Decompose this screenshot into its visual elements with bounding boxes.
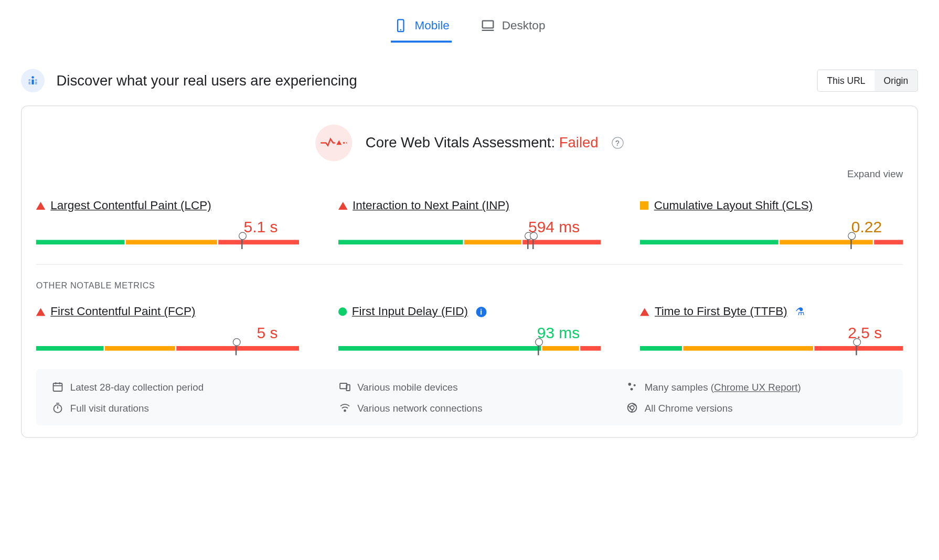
tab-desktop[interactable]: Desktop [478, 10, 548, 42]
svg-rect-12 [54, 383, 62, 391]
assessment-status: Failed [559, 134, 599, 150]
svg-rect-2 [483, 21, 494, 28]
svg-point-20 [631, 388, 633, 391]
divider [36, 264, 903, 265]
metric-fid-name[interactable]: First Input Delay (FID) [352, 305, 468, 318]
metric-inp-value: 594 ms [338, 218, 601, 236]
triangle-red-icon [338, 201, 348, 209]
metric-fcp-value: 5 s [36, 324, 299, 342]
metric-cls-bar [640, 240, 903, 245]
network-icon [339, 402, 351, 414]
footer-info: Latest 28-day collection period Various … [36, 369, 903, 426]
metric-fcp: First Contentful Paint (FCP) 5 s [36, 305, 299, 351]
svg-point-4 [31, 76, 34, 79]
flask-icon: ⚗ [795, 306, 805, 318]
footer-samples: Many samples (Chrome UX Report) [626, 381, 888, 393]
metric-cls-value: 0.22 [640, 218, 903, 236]
metric-cls: Cumulative Layout Shift (CLS) 0.22 [640, 199, 903, 245]
stopwatch-icon [52, 402, 64, 414]
svg-point-5 [28, 79, 30, 81]
metric-inp: Interaction to Next Paint (INP) 594 ms [338, 199, 601, 245]
metric-fid: First Input Delay (FID) i 93 ms [338, 305, 601, 351]
assessment-label: Core Web Vitals Assessment: [366, 134, 555, 150]
metric-fid-bar [338, 346, 601, 351]
metric-cls-name[interactable]: Cumulative Layout Shift (CLS) [654, 199, 813, 212]
tab-mobile-label: Mobile [415, 19, 450, 33]
devices-icon [339, 381, 351, 393]
metric-lcp: Largest Contentful Paint (LCP) 5.1 s [36, 199, 299, 245]
metric-ttfb: Time to First Byte (TTFB) ⚗ 2.5 s [640, 305, 903, 351]
tab-mobile[interactable]: Mobile [391, 10, 452, 42]
mobile-icon [394, 18, 409, 33]
toggle-this-url[interactable]: This URL [818, 70, 874, 91]
triangle-red-icon [36, 201, 46, 209]
footer-connections: Various network connections [339, 402, 600, 414]
desktop-icon [481, 18, 496, 33]
metric-fcp-name[interactable]: First Contentful Paint (FCP) [50, 305, 195, 318]
page-title: Discover what your real users are experi… [57, 72, 357, 90]
footer-period: Latest 28-day collection period [52, 381, 313, 393]
triangle-red-icon [36, 308, 46, 316]
chrome-icon [626, 402, 638, 414]
samples-icon [626, 381, 638, 393]
footer-durations: Full visit durations [52, 402, 313, 414]
svg-rect-8 [28, 82, 30, 84]
metric-lcp-value: 5.1 s [36, 218, 299, 236]
other-metrics-label: OTHER NOTABLE METRICS [36, 281, 903, 290]
circle-green-icon [338, 307, 347, 316]
svg-rect-7 [31, 80, 34, 84]
metric-fid-value: 93 ms [338, 324, 601, 342]
footer-chrome: All Chrome versions [626, 402, 888, 414]
metric-lcp-name[interactable]: Largest Contentful Paint (LCP) [50, 199, 211, 212]
svg-marker-10 [337, 141, 342, 145]
assessment-text: Core Web Vitals Assessment: Failed [366, 134, 599, 152]
triangle-red-icon [640, 308, 649, 316]
svg-rect-9 [35, 82, 37, 84]
svg-point-6 [35, 79, 37, 81]
svg-point-19 [634, 384, 636, 386]
svg-rect-16 [340, 383, 347, 389]
metric-inp-name[interactable]: Interaction to Next Paint (INP) [353, 199, 509, 212]
svg-point-24 [344, 410, 346, 412]
info-icon[interactable]: i [476, 306, 486, 317]
metric-fcp-bar [36, 346, 299, 351]
metric-ttfb-name[interactable]: Time to First Byte (TTFB) [655, 305, 787, 318]
square-orange-icon [640, 201, 648, 210]
pulse-icon [316, 125, 353, 161]
device-tabs: Mobile Desktop [21, 10, 918, 42]
calendar-icon [52, 381, 64, 393]
toggle-origin[interactable]: Origin [874, 70, 917, 91]
svg-point-18 [628, 383, 632, 386]
vitals-card: Core Web Vitals Assessment: Failed ? Exp… [21, 105, 918, 438]
metric-ttfb-bar [640, 346, 903, 351]
help-icon[interactable]: ? [612, 137, 624, 149]
expand-view-link[interactable]: Expand view [36, 168, 903, 179]
users-icon [21, 69, 45, 92]
footer-devices: Various mobile devices [339, 381, 600, 393]
tab-desktop-label: Desktop [502, 19, 546, 33]
metric-ttfb-value: 2.5 s [640, 324, 903, 342]
metric-inp-bar [338, 240, 601, 245]
metric-lcp-bar [36, 240, 299, 245]
scope-toggle: This URL Origin [817, 70, 918, 92]
crux-link[interactable]: Chrome UX Report [714, 381, 797, 392]
